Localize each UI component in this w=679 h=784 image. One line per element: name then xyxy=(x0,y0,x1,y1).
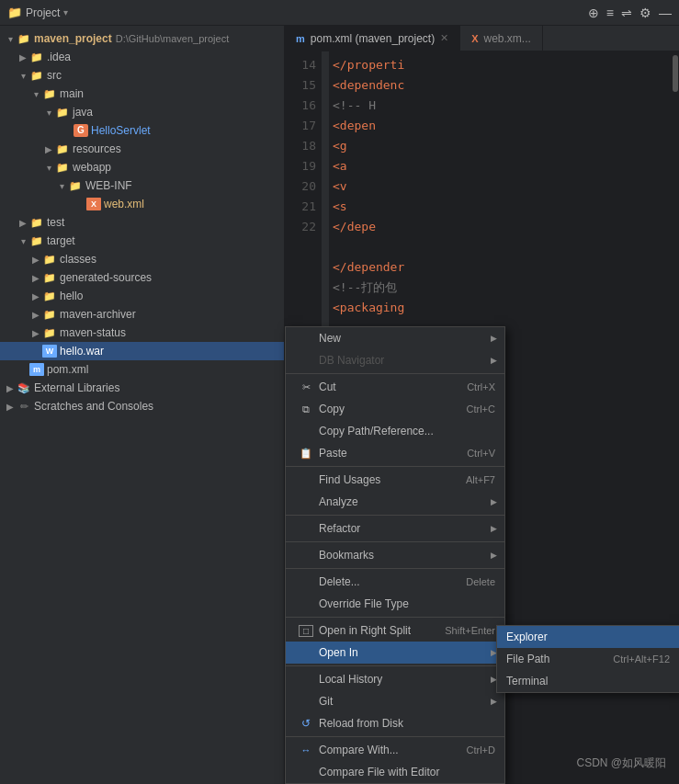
code-line: <depen xyxy=(333,116,675,136)
tree-item-webxml[interactable]: X web.xml xyxy=(0,195,284,213)
arrow-icon: ▶ xyxy=(4,402,17,412)
tab-label: web.xm... xyxy=(484,32,531,45)
tree-item-maven-status[interactable]: ▶ 📁 maven-status xyxy=(0,324,284,342)
tree-item-webapp[interactable]: ▾ 📁 webapp xyxy=(0,158,284,176)
item-label: java xyxy=(73,106,93,119)
item-label: External Libraries xyxy=(34,381,119,394)
sidebar: ▾ 📁 maven_project D:\GitHub\maven_projec… xyxy=(0,26,285,784)
tree-item-pomxml[interactable]: m pom.xml xyxy=(0,360,284,379)
cm-git[interactable]: Git xyxy=(286,690,504,712)
cm-reload-from-disk[interactable]: ↺ Reload from Disk xyxy=(286,712,504,734)
cm-open-right-split[interactable]: □ Open in Right Split Shift+Enter xyxy=(286,619,504,642)
tree-item-test[interactable]: ▶ 📁 test xyxy=(0,213,284,232)
item-label: src xyxy=(47,69,62,82)
item-label: HelloServlet xyxy=(91,124,151,137)
sm-terminal-label: Terminal xyxy=(506,675,548,687)
cm-new[interactable]: New xyxy=(286,327,504,349)
arrow-icon: ▾ xyxy=(4,34,17,44)
cm-compare-with[interactable]: ↔ Compare With... Ctrl+D xyxy=(286,739,504,761)
servlet-icon: G xyxy=(74,124,88,137)
arrow-icon: ▶ xyxy=(42,144,55,154)
code-line: <packaging xyxy=(333,298,675,318)
cm-paste-label: Paste xyxy=(319,447,467,460)
cm-cut-label: Cut xyxy=(319,381,467,393)
arrow-icon: ▶ xyxy=(29,273,42,283)
tree-item-src[interactable]: ▾ 📁 src xyxy=(0,66,284,85)
item-label: test xyxy=(47,216,64,229)
folder-icon: 📁 xyxy=(29,51,44,63)
tab-xml-icon: X xyxy=(471,33,478,44)
cm-db-navigator[interactable]: DB Navigator xyxy=(286,349,504,371)
cm-override-file-type[interactable]: Override File Type xyxy=(286,593,504,615)
tree-item-hello[interactable]: ▶ 📁 hello xyxy=(0,287,284,305)
cm-new-label: New xyxy=(319,332,495,345)
cm-copy-path[interactable]: Copy Path/Reference... xyxy=(286,420,504,442)
tab-webxml[interactable]: X web.xm... xyxy=(460,26,543,51)
list-icon[interactable]: ≡ xyxy=(606,6,614,20)
minimize-icon[interactable]: — xyxy=(659,6,672,20)
cm-find-usages-label: Find Usages xyxy=(319,473,466,486)
xml-file-icon: X xyxy=(86,198,101,210)
item-label: WEB-INF xyxy=(85,179,132,192)
watermark: CSDN @如风暖阳 xyxy=(576,756,666,771)
tree-item-hello-war[interactable]: W hello.war xyxy=(0,342,284,360)
tab-pomxml[interactable]: m pom.xml (maven_project) ✕ xyxy=(285,26,460,51)
cm-analyze[interactable]: Analyze xyxy=(286,491,504,513)
item-label: hello xyxy=(60,290,83,302)
cm-refactor[interactable]: Refactor xyxy=(286,517,504,540)
open-in-submenu: Explorer File Path Ctrl+Alt+F12 Terminal xyxy=(496,625,679,693)
cm-compare-with-editor[interactable]: Compare File with Editor xyxy=(286,761,504,783)
tab-close-icon[interactable]: ✕ xyxy=(440,32,448,44)
dropdown-icon[interactable]: ▾ xyxy=(63,7,68,17)
folder-icon: 📁 xyxy=(68,180,83,192)
settings-icon[interactable]: ⚙ xyxy=(639,6,651,20)
sm-terminal[interactable]: Terminal xyxy=(497,670,679,692)
tree-item-idea[interactable]: ▶ 📁 .idea xyxy=(0,48,284,66)
tree-item-root[interactable]: ▾ 📁 maven_project D:\GitHub\maven_projec… xyxy=(0,29,284,48)
cm-paste[interactable]: 📋 Paste Ctrl+V xyxy=(286,442,504,464)
cm-local-history[interactable]: Local History xyxy=(286,668,504,690)
globe-icon[interactable]: ⊕ xyxy=(588,6,599,20)
cm-find-usages[interactable]: Find Usages Alt+F7 xyxy=(286,469,504,491)
arrow-icon: ▾ xyxy=(42,108,55,118)
cm-sep7 xyxy=(286,665,504,666)
library-icon: 📚 xyxy=(17,382,31,394)
tree-item-resources[interactable]: ▶ 📁 resources xyxy=(0,140,284,158)
cm-bookmarks[interactable]: Bookmarks xyxy=(286,544,504,566)
cut-shortcut: Ctrl+X xyxy=(467,381,495,392)
cm-delete[interactable]: Delete... Delete xyxy=(286,571,504,593)
cm-delete-label: Delete... xyxy=(319,575,466,588)
tree-item-java[interactable]: ▾ 📁 java xyxy=(0,103,284,121)
tree-item-external-libraries[interactable]: ▶ 📚 External Libraries xyxy=(0,379,284,397)
cm-sep4 xyxy=(286,541,504,542)
tree-item-maven-archiver[interactable]: ▶ 📁 maven-archiver xyxy=(0,305,284,324)
item-label: target xyxy=(47,234,75,247)
scroll-indicator[interactable] xyxy=(673,55,678,92)
cm-cut[interactable]: ✂ Cut Ctrl+X xyxy=(286,376,504,398)
sm-explorer[interactable]: Explorer xyxy=(497,626,679,648)
cm-open-in[interactable]: Open In xyxy=(286,642,504,664)
cm-db-label: DB Navigator xyxy=(319,354,495,367)
tree-item-main[interactable]: ▾ 📁 main xyxy=(0,85,284,103)
tree-item-webinf[interactable]: ▾ 📁 WEB-INF xyxy=(0,176,284,195)
sm-file-path[interactable]: File Path Ctrl+Alt+F12 xyxy=(497,648,679,670)
pom-file-icon: m xyxy=(29,363,44,376)
tree-item-helloservlet[interactable]: G HelloServlet xyxy=(0,121,284,140)
cm-compare-editor-label: Compare File with Editor xyxy=(319,766,495,778)
context-menu: New DB Navigator ✂ Cut Ctrl+X ⧉ Copy Ctr… xyxy=(285,326,505,784)
tree-item-generated-sources[interactable]: ▶ 📁 generated-sources xyxy=(0,268,284,287)
tree-item-classes[interactable]: ▶ 📁 classes xyxy=(0,250,284,268)
folder-icon: 📁 xyxy=(42,309,57,321)
diff-icon[interactable]: ⇌ xyxy=(621,6,632,20)
tree-item-scratches[interactable]: ▶ ✏ Scratches and Consoles xyxy=(0,397,284,415)
compare-icon: ↔ xyxy=(299,744,313,756)
tab-m-icon: m xyxy=(296,33,305,44)
cm-reload-label: Reload from Disk xyxy=(319,717,495,730)
arrow-icon: ▶ xyxy=(29,291,42,301)
cut-icon: ✂ xyxy=(299,381,313,393)
watermark-text: CSDN @如风暖阳 xyxy=(576,756,666,769)
cm-copy[interactable]: ⧉ Copy Ctrl+C xyxy=(286,398,504,420)
item-label: maven_project xyxy=(34,32,112,45)
paste-icon: 📋 xyxy=(299,448,313,460)
tree-item-target[interactable]: ▾ 📁 target xyxy=(0,232,284,250)
